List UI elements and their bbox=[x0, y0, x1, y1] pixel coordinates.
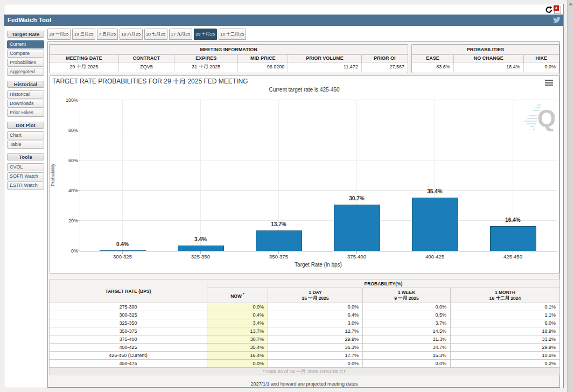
sidebar-item-chart[interactable]: Chart bbox=[7, 131, 44, 139]
bar-value-label: 0.4% bbox=[104, 241, 142, 247]
sidebar-item-sofr-watch[interactable]: SOFR Watch bbox=[7, 172, 44, 180]
cjk-glyph bbox=[505, 296, 510, 300]
x-axis-category-label: 300-325 bbox=[101, 254, 144, 260]
refresh-icon[interactable] bbox=[545, 6, 552, 13]
cjk-glyph bbox=[156, 32, 160, 36]
cjk-glyph bbox=[80, 32, 85, 36]
meeting-tab-2[interactable]: 19 25 bbox=[72, 29, 95, 40]
sidebar-item-table[interactable]: Table bbox=[7, 141, 44, 149]
cell-probability: 3.4% bbox=[207, 319, 268, 327]
h-gridline bbox=[80, 100, 557, 100]
cjk-glyph bbox=[500, 296, 505, 300]
table-subheader-1-week: 1 WEEK9 2025 bbox=[363, 288, 451, 303]
hamburger-menu-icon[interactable] bbox=[545, 80, 553, 86]
h-gridline bbox=[80, 190, 557, 191]
cjk-glyph bbox=[199, 64, 204, 69]
cell-probability: 29.9% bbox=[268, 335, 363, 344]
bar-value-label: 13.7% bbox=[260, 221, 298, 227]
x-axis-line bbox=[80, 251, 557, 251]
cell-probability: 3.7% bbox=[363, 319, 451, 327]
table-row-275-300: 275-3000.0%0.0%0.0%0.1% bbox=[50, 303, 560, 311]
cjk-glyph bbox=[230, 32, 235, 36]
meeting-tab-3[interactable]: 7 25 bbox=[97, 29, 118, 40]
cjk-glyph bbox=[76, 64, 81, 69]
sidebar-item-compare[interactable]: Compare bbox=[7, 50, 44, 58]
cell-probability: 3.0% bbox=[268, 319, 363, 327]
cell-probability: 0.0% bbox=[207, 303, 268, 311]
info-box-title: PROBABILITIES bbox=[412, 45, 559, 55]
chart-subtitle: Current target rate is 425-450 bbox=[50, 87, 559, 93]
cjk-glyph bbox=[152, 32, 156, 36]
probability-table: TARGET RATE (BPS)PROBABILITY(%)NOW *1 DA… bbox=[49, 279, 560, 375]
y-axis-tick-label: 60% bbox=[55, 158, 78, 163]
sidebar-item-historical[interactable]: Historical bbox=[7, 90, 44, 99]
cell-probability: 15.3% bbox=[363, 352, 451, 360]
sidebar-item-aggregated[interactable]: Aggregated bbox=[7, 68, 44, 76]
info-value-prior-oi: 27,567 bbox=[362, 62, 408, 72]
info-value-expires: 31 2025 bbox=[174, 62, 238, 72]
pdf-export-icon[interactable] bbox=[554, 6, 561, 14]
meeting-tab-6[interactable]: 17 25 bbox=[169, 29, 192, 40]
sidebar-section-historical: Historical bbox=[7, 81, 44, 88]
cell-probability: 0.1% bbox=[451, 303, 560, 311]
cjk-glyph bbox=[201, 32, 206, 36]
bar-400-425[interactable] bbox=[412, 198, 458, 251]
table-row-300-325: 300-3250.4%0.4%0.5%1.1% bbox=[50, 311, 560, 319]
cell-probability: 14.5% bbox=[363, 327, 451, 335]
x-axis-category-label: 400-425 bbox=[414, 254, 457, 260]
table-subheader-now: NOW * bbox=[207, 288, 268, 303]
bar-325-350[interactable] bbox=[178, 246, 224, 251]
meeting-tab-5[interactable]: 30 25 bbox=[144, 29, 167, 40]
cell-probability: 1.1% bbox=[451, 311, 560, 319]
cjk-glyph bbox=[102, 32, 107, 36]
fedwatch-widget: FedWatch Tool Target RateCurrentCompareP… bbox=[4, 4, 564, 388]
cell-target-rate: 350-375 bbox=[50, 327, 207, 335]
bar-425-450[interactable] bbox=[490, 226, 536, 251]
cell-target-rate: 275-300 bbox=[50, 303, 207, 311]
meeting-tab-8[interactable]: 10 25 bbox=[219, 29, 246, 40]
vertical-scrollbar[interactable] bbox=[567, 0, 574, 392]
scrollbar-up-button[interactable] bbox=[568, 0, 574, 8]
bar-value-label: 16.4% bbox=[494, 217, 532, 223]
info-value-no-change: 16.4% bbox=[454, 62, 524, 72]
info-col-header-expires: EXPIRES bbox=[174, 55, 238, 62]
meeting-tab-4[interactable]: 18 25 bbox=[120, 29, 143, 40]
sidebar-item-estr-watch[interactable]: ESTR Watch bbox=[7, 181, 44, 190]
sidebar-item-current[interactable]: Current bbox=[7, 40, 44, 48]
bar-value-label: 3.4% bbox=[182, 236, 220, 242]
cell-probability: 0.0% bbox=[268, 360, 363, 368]
cell-probability: 16.4% bbox=[207, 352, 268, 360]
cjk-glyph bbox=[398, 296, 403, 300]
table-row-350-375: 350-37513.7%12.7%14.5%18.9% bbox=[50, 327, 560, 335]
cjk-glyph bbox=[127, 32, 131, 36]
sidebar-item-probabilities[interactable]: Probabilities bbox=[7, 59, 44, 67]
bar-350-375[interactable] bbox=[256, 230, 302, 251]
y-axis-tick-label: 80% bbox=[55, 128, 78, 133]
sidebar-item-cvol[interactable]: CVOL bbox=[7, 163, 44, 171]
bar-375-400[interactable] bbox=[334, 205, 380, 251]
cell-probability: 18.9% bbox=[451, 327, 560, 335]
v-gridline bbox=[200, 100, 201, 251]
table-row-400-425: 400-42535.4%36.3%34.7%29.9% bbox=[50, 344, 560, 352]
cell-probability: 30.7% bbox=[207, 335, 268, 344]
meeting-tab-1[interactable]: 29 25 bbox=[47, 29, 71, 40]
cjk-glyph bbox=[235, 32, 239, 36]
sidebar-section-target-rate: Target Rate bbox=[7, 31, 44, 38]
cjk-glyph bbox=[85, 32, 89, 36]
cjk-glyph bbox=[81, 64, 86, 69]
cell-probability: 0.4% bbox=[268, 311, 363, 319]
top-icon-bar bbox=[545, 5, 561, 14]
cell-probability: 13.7% bbox=[207, 327, 268, 335]
info-col-header-ease: EASE bbox=[412, 55, 454, 62]
sidebar-item-downloads[interactable]: Downloads bbox=[7, 100, 44, 108]
meeting-tab-7[interactable]: 29 25 bbox=[194, 29, 217, 40]
sidebar-item-prior-hikes[interactable]: Prior Hikes bbox=[7, 109, 44, 117]
cell-target-rate: 450-475 bbox=[50, 360, 207, 368]
table-header-probability-group: PROBABILITY(%) bbox=[207, 279, 560, 288]
cjk-glyph bbox=[313, 296, 318, 300]
meeting-date-tabs: 29 2519 257 2518 2530 2517 2529 2510 25 bbox=[47, 29, 560, 40]
twitter-icon[interactable] bbox=[553, 17, 561, 23]
cjk-glyph bbox=[60, 32, 64, 36]
cell-probability: 0.4% bbox=[207, 311, 268, 319]
scrollbar-up-arrow-icon bbox=[569, 3, 573, 5]
